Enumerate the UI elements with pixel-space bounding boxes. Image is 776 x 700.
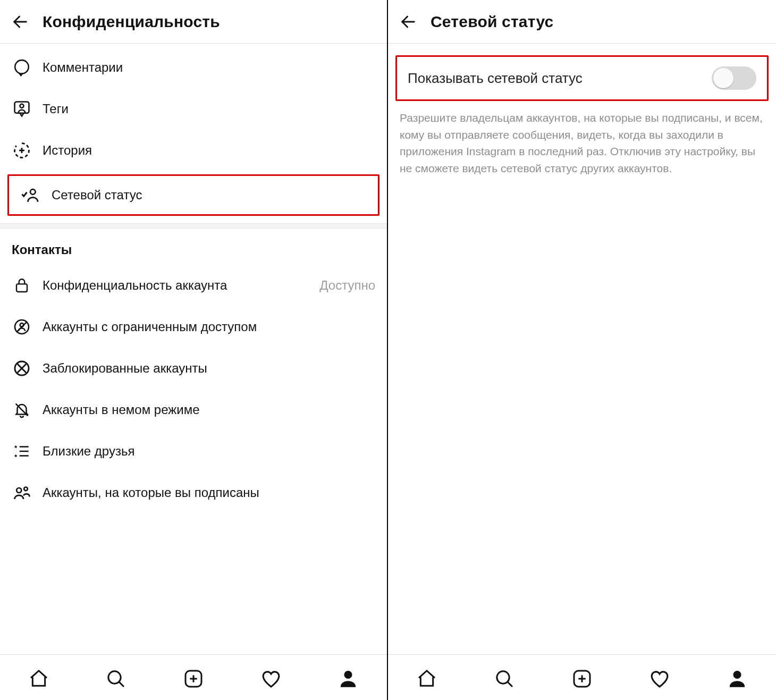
header: Конфиденциальность xyxy=(0,0,387,44)
row-account-privacy[interactable]: Конфиденциальность аккаунта Доступно xyxy=(0,265,387,306)
arrow-left-icon xyxy=(11,13,29,31)
svg-point-34 xyxy=(733,671,741,679)
blocked-icon xyxy=(12,358,32,378)
restricted-icon xyxy=(12,317,32,337)
row-comments[interactable]: Комментарии xyxy=(0,47,387,88)
content: Комментарии Теги История Се xyxy=(0,44,387,654)
row-label: Теги xyxy=(43,102,375,116)
row-tags[interactable]: Теги xyxy=(0,88,387,130)
row-label: Комментарии xyxy=(43,60,375,75)
row-label: Близкие друзья xyxy=(43,444,375,459)
setting-description: Разрешите владельцам аккаунтов, на котор… xyxy=(388,101,776,176)
plus-square-icon xyxy=(571,668,593,689)
back-button[interactable] xyxy=(10,11,31,32)
svg-point-6 xyxy=(30,189,36,195)
toggle-label: Показывать сетевой статус xyxy=(408,70,583,87)
nav-activity[interactable] xyxy=(647,666,672,691)
row-label: Аккаунты с ограниченным доступом xyxy=(43,319,375,334)
muted-bell-icon xyxy=(12,400,32,420)
row-blocked[interactable]: Заблокированные аккаунты xyxy=(0,348,387,389)
row-trailing: Доступно xyxy=(319,278,375,293)
svg-rect-7 xyxy=(16,284,27,292)
svg-point-21 xyxy=(24,487,28,491)
row-label: Сетевой статус xyxy=(52,188,366,203)
bottom-nav xyxy=(388,654,776,700)
page-title: Конфиденциальность xyxy=(43,13,220,31)
row-label: Аккаунты, на которые вы подписаны xyxy=(43,485,375,500)
section-divider xyxy=(0,223,387,229)
row-story[interactable]: История xyxy=(0,130,387,171)
close-friends-icon xyxy=(12,441,32,461)
nav-search[interactable] xyxy=(492,666,517,691)
nav-profile[interactable] xyxy=(335,666,361,691)
nav-activity[interactable] xyxy=(258,666,284,691)
nav-create[interactable] xyxy=(569,666,595,691)
lock-icon xyxy=(12,275,32,296)
svg-marker-19 xyxy=(14,454,18,457)
plus-square-icon xyxy=(183,668,204,689)
row-following[interactable]: Аккаунты, на которые вы подписаны xyxy=(0,472,387,513)
toggle-knob xyxy=(713,68,733,88)
following-icon xyxy=(12,483,32,503)
nav-profile[interactable] xyxy=(724,666,750,691)
page-title: Сетевой статус xyxy=(431,13,553,31)
toggle-show-activity[interactable] xyxy=(712,66,756,90)
back-button[interactable] xyxy=(398,11,419,32)
row-muted[interactable]: Аккаунты в немом режиме xyxy=(0,389,387,431)
arrow-left-icon xyxy=(399,13,417,31)
svg-marker-18 xyxy=(14,445,18,448)
heart-icon xyxy=(260,668,282,690)
row-restricted[interactable]: Аккаунты с ограниченным доступом xyxy=(0,306,387,348)
svg-point-29 xyxy=(497,671,509,683)
bottom-nav xyxy=(0,654,387,700)
header: Сетевой статус xyxy=(388,0,776,44)
row-label: Аккаунты в немом режиме xyxy=(43,402,375,417)
profile-icon xyxy=(727,668,748,689)
content: Показывать сетевой статус Разрешите влад… xyxy=(388,44,776,654)
screen-privacy: Конфиденциальность Комментарии Теги Исто xyxy=(0,0,388,700)
nav-home[interactable] xyxy=(26,666,52,691)
svg-point-3 xyxy=(20,104,23,108)
row-close-friends[interactable]: Близкие друзья xyxy=(0,431,387,472)
tag-person-icon xyxy=(12,99,32,119)
section-header-contacts: Контакты xyxy=(0,229,387,265)
nav-home[interactable] xyxy=(414,666,440,691)
activity-status-icon xyxy=(21,185,41,205)
home-icon xyxy=(28,668,49,689)
row-label: Конфиденциальность аккаунта xyxy=(43,278,309,293)
svg-line-23 xyxy=(119,682,124,687)
search-icon xyxy=(105,668,126,689)
svg-point-22 xyxy=(108,671,121,683)
svg-point-1 xyxy=(15,60,29,74)
screen-activity-status: Сетевой статус Показывать сетевой статус… xyxy=(388,0,776,700)
row-activity-status[interactable]: Сетевой статус xyxy=(7,174,379,216)
row-label: История xyxy=(43,143,375,158)
svg-point-20 xyxy=(16,488,21,493)
row-label: Заблокированные аккаунты xyxy=(43,361,375,376)
nav-search[interactable] xyxy=(103,666,129,691)
heart-icon xyxy=(648,668,671,690)
toggle-row-show-activity: Показывать сетевой статус xyxy=(395,55,769,101)
svg-point-27 xyxy=(344,671,352,679)
comment-icon xyxy=(12,57,32,78)
profile-icon xyxy=(338,668,359,689)
nav-create[interactable] xyxy=(181,666,206,691)
svg-line-30 xyxy=(508,682,512,687)
story-add-icon xyxy=(12,140,32,161)
search-icon xyxy=(494,668,515,689)
home-icon xyxy=(416,668,437,689)
